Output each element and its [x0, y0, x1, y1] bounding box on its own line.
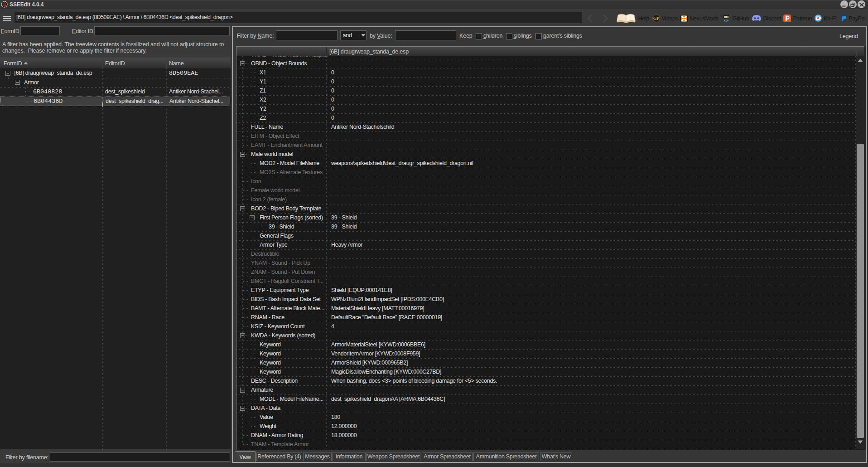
svg-text:GP: GP — [653, 16, 659, 21]
